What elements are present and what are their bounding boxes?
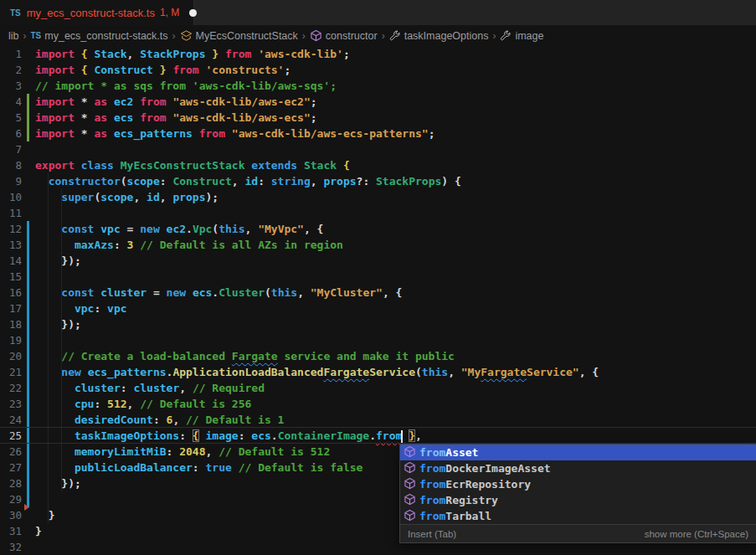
git-added-bar [27,126,29,141]
code-line-5[interactable]: 5import * as ecs from "aws-cdk-lib/aws-e… [0,110,756,126]
breadcrumb-item-my-ecs-construct-stack-ts[interactable]: TSmy_ecs_construct-stack.ts [31,30,168,42]
breadcrumb-item-lib[interactable]: lib [8,30,19,42]
code-line-19[interactable]: 19 [0,332,756,348]
line-number: 13 [0,237,22,253]
code-line-12[interactable]: 12 const vpc = new ec2.Vpc(this, "MyVpc"… [0,221,756,237]
line-number: 17 [0,301,22,316]
typescript-file-icon: TS [31,31,42,40]
symbol-class-icon [180,29,193,42]
suggest-widget: fromAssetfromDockerImageAssetfromEcrRepo… [399,444,756,543]
suggest-insert-hint: Insert (Tab) [408,529,456,539]
suggestion-rest-text: Asset [445,446,478,459]
line-number: 7 [0,141,22,157]
code-line-23[interactable]: 23 cpu: 512, // Default is 256 [0,396,756,412]
git-modified-bar [27,460,29,475]
unsaved-changes-dot[interactable] [189,9,197,17]
gutter-spacer [27,523,29,539]
gutter-spacer [27,141,29,157]
symbol-method-icon [310,29,322,42]
symbol-method-icon [404,445,416,460]
code-line-1[interactable]: 1import { Stack, StackProps } from 'aws-… [0,46,756,62]
symbol-method-icon [404,493,416,508]
tab-filename: my_ecs_construct-stack.ts [27,7,155,19]
suggestion-fromAsset[interactable]: fromAsset [400,445,756,460]
line-number: 14 [0,253,22,269]
code-line-18[interactable]: 18 }); [0,316,756,332]
code-line-3[interactable]: 3// import * as sqs from 'aws-cdk-lib/aw… [0,78,756,94]
code-line-22[interactable]: 22 cluster: cluster, // Required [0,380,756,396]
breadcrumb-label: taskImageOptions [404,30,489,42]
suggestion-fromRegistry[interactable]: fromRegistry [400,492,756,508]
code-line-17[interactable]: 17 vpc: vpc [0,301,756,316]
line-number: 10 [0,189,22,205]
line-number: 21 [0,364,22,380]
line-number: 27 [0,460,22,475]
code-line-7[interactable]: 7 [0,141,756,157]
code-line-10[interactable]: 10 super(scope, id, props); [0,189,756,205]
breadcrumb-separator: › [492,30,496,42]
breadcrumb-item-constructor[interactable]: constructor [310,29,378,42]
git-modified-bar [27,428,29,444]
line-number: 8 [0,157,22,173]
breadcrumb-item-taskimageoptions[interactable]: taskImageOptions [389,30,489,42]
code-text: }); [35,475,81,491]
code-line-6[interactable]: 6import * as ecs_patterns from "aws-cdk-… [0,126,756,141]
breadcrumb-item-myecsconstructstack[interactable]: MyEcsConstructStack [180,29,298,42]
suggestion-rest-text: Tarball [445,510,491,522]
git-added-bar [27,110,29,126]
symbol-method-icon [404,509,416,524]
line-number: 4 [0,94,22,110]
gutter-spacer [27,205,29,221]
breadcrumb-separator: › [382,30,385,42]
git-modified-bar [27,221,29,237]
suggestion-fromDockerImageAsset[interactable]: fromDockerImageAsset [400,460,756,476]
git-modified-bar [27,396,29,412]
code-text: } [35,507,54,523]
gutter-spacer [27,173,29,189]
code-line-16[interactable]: 16 const cluster = new ecs.Cluster(this,… [0,285,756,301]
git-modified-bar [27,412,29,428]
code-text: import * as ecs from "aws-cdk-lib/aws-ec… [35,110,317,126]
git-modified-bar [27,444,29,460]
symbol-method-icon [404,477,416,492]
code-line-25[interactable]: 25 taskImageOptions: { image: ecs.Contai… [0,428,756,444]
suggestion-match-text: from [419,510,445,522]
code-text: }); [35,253,81,269]
line-number: 29 [0,491,22,507]
suggest-show-more-hint[interactable]: show more (Ctrl+Space) [645,529,748,539]
suggestion-match-text: from [419,494,445,506]
code-text: vpc: vpc [35,301,127,316]
symbol-method-icon [404,461,416,476]
line-number: 18 [0,316,22,332]
code-line-24[interactable]: 24 desiredCount: 6, // Default is 1 [0,412,756,428]
suggestion-fromEcrRepository[interactable]: fromEcrRepository [400,476,756,492]
line-number: 5 [0,110,22,126]
suggest-status-bar: Insert (Tab) show more (Ctrl+Space) [400,524,756,542]
code-text: // import * as sqs from 'aws-cdk-lib/aws… [35,78,337,94]
code-text: new ecs_patterns.ApplicationLoadBalanced… [35,364,599,380]
git-modified-bar [27,285,29,301]
breadcrumb-label: constructor [326,30,378,42]
code-line-13[interactable]: 13 maxAzs: 3 // Default is all AZs in re… [0,237,756,253]
code-line-21[interactable]: 21 new ecs_patterns.ApplicationLoadBalan… [0,364,756,380]
vscode-window: TS my_ecs_construct-stack.ts 1, M lib›TS… [0,0,756,555]
code-line-11[interactable]: 11 [0,205,756,221]
line-number: 1 [0,46,22,62]
code-line-20[interactable]: 20 // Create a load-balanced Fargate ser… [0,348,756,364]
gutter-spacer [27,157,29,173]
suggestion-fromTarball[interactable]: fromTarball [400,508,756,524]
code-line-9[interactable]: 9 constructor(scope: Construct, id: stri… [0,173,756,189]
code-text: // Create a load-balanced Fargate servic… [35,348,455,364]
code-text: import * as ec2 from "aws-cdk-lib/aws-ec… [35,94,317,110]
breadcrumb-item-image[interactable]: image [500,30,543,42]
line-number: 25 [0,428,22,444]
code-line-4[interactable]: 4import * as ec2 from "aws-cdk-lib/aws-e… [0,94,756,110]
code-line-2[interactable]: 2import { Construct } from 'constructs'; [0,62,756,78]
code-line-8[interactable]: 8export class MyEcsConstructStack extend… [0,157,756,173]
tab-my-ecs-construct-stack[interactable]: TS my_ecs_construct-stack.ts 1, M [0,0,194,25]
code-editor[interactable]: 1import { Stack, StackProps } from 'aws-… [0,46,756,555]
code-line-14[interactable]: 14 }); [0,253,756,269]
breadcrumb-separator: › [172,30,176,42]
line-number: 9 [0,173,22,189]
code-line-15[interactable]: 15 [0,269,756,285]
